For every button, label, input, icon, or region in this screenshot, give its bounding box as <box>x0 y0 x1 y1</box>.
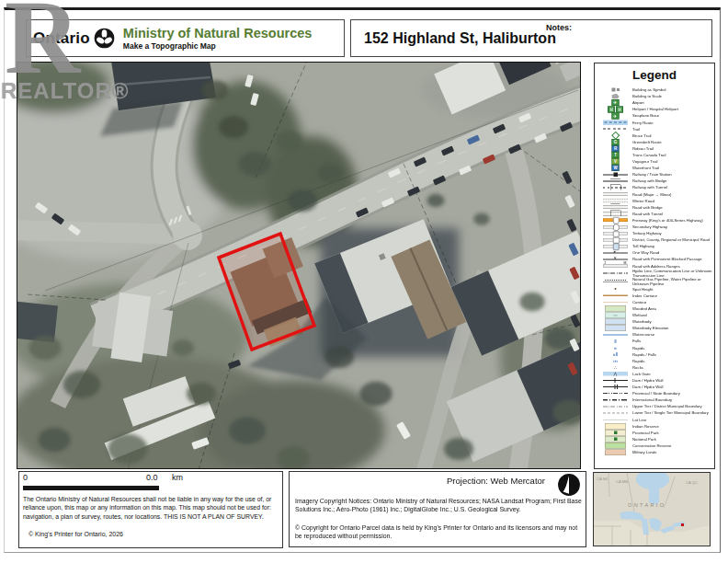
legend-symbol-bldgsym <box>598 88 632 92</box>
legend-symbol-hwyshield <box>598 219 632 223</box>
legend-symbol-bndLower <box>598 413 632 414</box>
legend-label: Watercourse <box>632 333 713 338</box>
legend-row: Provincial / State Boundary <box>598 390 715 396</box>
legend-label: Winter Road <box>632 199 713 203</box>
scale-end-label: 0.0 <box>146 473 158 482</box>
legend-label: Conservation Reserve <box>632 443 713 448</box>
legend-label: Freeway (King's or 400-Series Highway) <box>632 218 713 223</box>
legend-label: Falls <box>632 339 713 344</box>
legend-label: Road (Major → Minor) <box>632 192 713 197</box>
legend-label: Provincial / State Boundary <box>632 391 713 396</box>
legend-row: Upper Tier / District Municipal Boundary <box>598 403 715 409</box>
legend-symbol-hwyoval <box>598 225 632 229</box>
legend-symbol-bndIntl <box>598 399 632 401</box>
inset-region-label: CA SK <box>597 477 609 481</box>
legend-symbol-hwyrect <box>598 232 632 236</box>
legend-row: Watercourse <box>598 331 715 338</box>
legend-row: Road (Major → Minor) <box>598 191 715 198</box>
legend-label: Trail <box>632 127 713 132</box>
legend-label: Ferry Route <box>632 121 713 125</box>
scale-bar <box>23 486 159 490</box>
legend-symbol-area <box>598 305 632 312</box>
legend-row: Tertiary Highway <box>598 230 715 236</box>
legend-label: Indian Reserve <box>632 424 713 429</box>
legend-label: Rocks <box>632 365 713 370</box>
legend-label: Railway with Bridge <box>632 179 713 184</box>
legend-label: Upper Tier / District Municipal Boundary <box>632 405 713 409</box>
header-address-box: 152 Highland St, Haliburton Notes: <box>350 19 712 57</box>
legend-symbol-area <box>598 449 632 455</box>
legend-label: Rapids <box>632 359 713 363</box>
legend-label: Wetland <box>632 313 713 317</box>
legend-label: Building as Symbol <box>632 87 713 92</box>
watermark-text: REALTOR® <box>1 78 129 104</box>
legend-label: Voyageur Trail <box>632 159 713 164</box>
legend-symbol-bldgscale <box>598 94 632 99</box>
legend-symbol-blueline <box>598 334 632 335</box>
legend-symbol-gicon: ✈ <box>598 112 632 119</box>
legend-symbol-roadwin <box>598 199 632 202</box>
legend-symbol-spot <box>598 288 632 290</box>
legend-row: Lock Gate <box>598 371 715 377</box>
legend-row: Waterbody Elevation <box>598 325 715 331</box>
ministry-text-block: Ministry of Natural Resources Make a Top… <box>123 27 312 51</box>
legend-label: Natural Gas Pipeline, Water Pipeline or … <box>632 278 713 286</box>
legend-row: Building as Symbol <box>598 86 715 93</box>
legend-row: »Rapids <box>598 344 715 350</box>
watermark-letter: R <box>5 0 80 90</box>
legend-symbol-area <box>598 325 632 331</box>
legend-row: Indian Reserve <box>598 423 715 430</box>
legend-label: Dam / Hydro Wall <box>632 385 713 389</box>
app-subtitle: Make a Topographic Map <box>123 41 312 51</box>
legend-symbol-gicon2: HH <box>598 106 632 112</box>
legend-label: Military Lands <box>632 450 713 454</box>
legend-label: Road with Permanent Blocked Passage <box>632 258 713 262</box>
legend-label: Railway with Tunnel <box>632 186 713 190</box>
ministry-title: Ministry of Natural Resources <box>123 27 312 40</box>
legend-row: Provincial Park <box>598 430 715 436</box>
legend-label: Rapids <box>632 346 713 350</box>
inset-province-label: ONTARIO <box>628 502 665 508</box>
legend-row: Lower Tier / Single Tier Municipal Bound… <box>598 409 715 416</box>
legend-row: Freeway (King's or 400-Series Highway) <box>598 217 715 224</box>
legend-row: Railway / Train Station <box>598 171 715 178</box>
legend-symbol-roadmaj <box>598 192 632 196</box>
legend-row: Wooded Area <box>598 305 715 312</box>
footer-scale-box: 0 0.0 km The Ontario Ministry of Natural… <box>18 471 283 548</box>
legend-symbol-ferry <box>598 120 632 125</box>
legend-symbol-hwysq <box>598 238 632 242</box>
legend-row: WWaterfront Trail <box>598 165 715 171</box>
legend-row: RRideau Trail <box>598 145 715 152</box>
map-address-title: 152 Highland St, Haliburton <box>364 30 556 47</box>
legend-symbol-bndProv <box>598 393 632 394</box>
legend-symbol-lotline <box>598 419 632 420</box>
legend-row: One Way Road <box>598 249 715 256</box>
legend-symbol-contour <box>598 302 632 303</box>
overview-inset-map: CA SK CA MB CA QC ONTARIO <box>593 472 711 546</box>
inset-region-label: CA MB <box>616 479 628 484</box>
legend-label: Waterfront Trail <box>632 166 713 170</box>
legend-label: National Park <box>632 437 713 442</box>
legend-symbol-roadtu <box>598 212 632 215</box>
legend-label: Spot Height <box>632 287 713 292</box>
legend-row: Railway with Bridge <box>598 178 715 184</box>
legend-row: Secondary Highway <box>598 224 715 230</box>
legend-label: Provincial Park <box>632 431 713 435</box>
legend-symbol-glyph: » <box>598 346 632 350</box>
legend-row: Lot Line <box>598 417 715 423</box>
legend-label: Airport <box>632 100 713 105</box>
scale-start-label: 0 <box>23 473 28 482</box>
legend-symbol-addr <box>598 265 632 268</box>
legend-symbol-area <box>598 442 632 449</box>
projection-label: Projection: Web Mercator <box>447 476 545 486</box>
legend-label: International Boundary <box>632 398 713 403</box>
footer-info-box: Projection: Web Mercator Imagery Copyrig… <box>289 471 586 547</box>
disclaimer-text: The Ontario Ministry of Natural Resource… <box>23 495 279 521</box>
legend-label: Greenbelt Route <box>632 140 713 144</box>
legend-row: Bruce Trail <box>598 132 715 139</box>
legend-symbol-bndUpper <box>598 406 632 407</box>
legend-symbol-hydro <box>598 273 632 274</box>
notes-label: Notes: <box>546 23 572 32</box>
legend-symbol-gicon: V <box>598 158 632 165</box>
legend-label: Lock Gate <box>632 372 713 376</box>
